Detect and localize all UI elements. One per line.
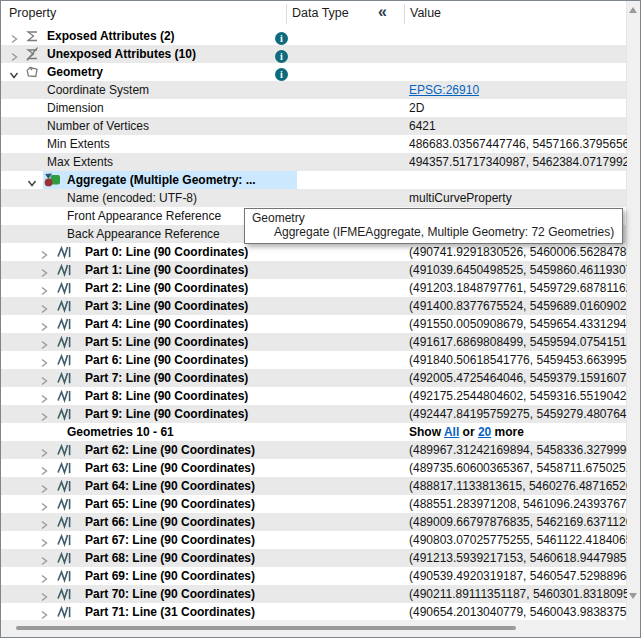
row-label: Part 63: Line (90 Coordinates) [85, 459, 255, 477]
chevron-right-icon[interactable] [39, 337, 49, 347]
row-label: Part 5: Line (90 Coordinates) [85, 333, 248, 351]
collapse-column-icon[interactable]: « [378, 3, 387, 21]
row-min-extents[interactable]: Min Extents486683.03567447746, 5457166.3… [1, 135, 627, 153]
row-value [409, 27, 627, 45]
chevron-right-icon[interactable] [39, 355, 49, 365]
row-exposed-attributes[interactable]: Exposed Attributes (2)i [1, 27, 627, 45]
row-part-71[interactable]: Part 71: Line (31 Coordinates)(490654.20… [1, 603, 627, 621]
chevron-right-icon[interactable] [39, 517, 49, 527]
row-coordinate-system[interactable]: Coordinate SystemEPSG:26910 [1, 81, 627, 99]
info-icon-glyph: i [275, 50, 288, 63]
chevron-down-icon[interactable] [9, 67, 19, 77]
vertical-scrollbar[interactable] [626, 1, 640, 621]
column-divider[interactable] [286, 4, 287, 24]
row-label: Part 9: Line (90 Coordinates) [85, 405, 248, 423]
row-value: multiCurveProperty [409, 189, 627, 207]
row-part-62[interactable]: Part 62: Line (90 Coordinates)(489967.31… [1, 441, 627, 459]
chevron-right-icon[interactable] [39, 373, 49, 383]
row-part-0[interactable]: Part 0: Line (90 Coordinates)(490741.929… [1, 243, 627, 261]
row-part-5[interactable]: Part 5: Line (90 Coordinates)(491617.686… [1, 333, 627, 351]
horizontal-scrollbar[interactable] [1, 620, 640, 637]
column-header-data-type[interactable]: Data Type [292, 6, 349, 20]
row-label: Part 71: Line (31 Coordinates) [85, 603, 255, 621]
row-max-extents[interactable]: Max Extents494357.51717340987, 5462384.0… [1, 153, 627, 171]
row-label: Part 6: Line (90 Coordinates) [85, 351, 248, 369]
row-part-4[interactable]: Part 4: Line (90 Coordinates)(491550.005… [1, 315, 627, 333]
row-value: Show All or 20 more [409, 423, 627, 441]
column-header-value[interactable]: Value [410, 6, 441, 20]
tooltip-line-geometry: Geometry [252, 211, 614, 225]
row-label: Part 67: Line (90 Coordinates) [85, 531, 255, 549]
chevron-down-icon[interactable] [27, 175, 37, 185]
chevron-right-icon[interactable] [39, 481, 49, 491]
chevron-right-icon[interactable] [39, 589, 49, 599]
horizontal-scrollbar-thumb[interactable] [16, 626, 516, 630]
show-20-more-link[interactable]: 20 [478, 425, 491, 439]
row-value: (489967.31242169894, 5458336.3279990135)… [409, 441, 627, 459]
tooltip-line-aggregate: Aggregate (IFMEAggregate, Multiple Geome… [252, 225, 614, 239]
chevron-right-icon[interactable] [39, 283, 49, 293]
row-part-70[interactable]: Part 70: Line (90 Coordinates)(490211.89… [1, 585, 627, 603]
row-value: (490211.89111351187, 5460301.83180954), … [409, 585, 627, 603]
row-unexposed-attributes[interactable]: Unexposed Attributes (10)i [1, 45, 627, 63]
chevron-right-icon[interactable] [39, 247, 49, 257]
row-part-64[interactable]: Part 64: Line (90 Coordinates)(488817.11… [1, 477, 627, 495]
row-part-67[interactable]: Part 67: Line (90 Coordinates)(490803.07… [1, 531, 627, 549]
chevron-right-icon[interactable] [39, 535, 49, 545]
row-label: Part 66: Line (90 Coordinates) [85, 513, 255, 531]
row-label: Max Extents [47, 153, 113, 171]
property-tree: Exposed Attributes (2)iUnexposed Attribu… [1, 27, 627, 621]
row-part-65[interactable]: Part 65: Line (90 Coordinates)(488551.28… [1, 495, 627, 513]
info-icon[interactable]: i [275, 65, 288, 83]
table-header: Property Data Type « Value [1, 1, 627, 27]
chevron-right-icon[interactable] [39, 463, 49, 473]
row-part-3[interactable]: Part 3: Line (90 Coordinates)(491400.837… [1, 297, 627, 315]
chevron-right-icon[interactable] [9, 49, 19, 59]
row-label: Part 8: Line (90 Coordinates) [85, 387, 248, 405]
scroll-down-icon[interactable] [629, 593, 637, 599]
row-part-7[interactable]: Part 7: Line (90 Coordinates)(492005.472… [1, 369, 627, 387]
row-value: (491840.50618541776, 5459453.663995469),… [409, 351, 627, 369]
chevron-right-icon[interactable] [39, 607, 49, 617]
chevron-right-icon[interactable] [39, 391, 49, 401]
row-part-2[interactable]: Part 2: Line (90 Coordinates)(491203.184… [1, 279, 627, 297]
row-part-69[interactable]: Part 69: Line (90 Coordinates)(490539.49… [1, 567, 627, 585]
row-number-of-vertices[interactable]: Number of Vertices6421 [1, 117, 627, 135]
column-header-property[interactable]: Property [9, 6, 56, 20]
row-label: Back Appearance Reference [67, 225, 220, 243]
row-name-encoded[interactable]: Name (encoded: UTF-8)multiCurveProperty [1, 189, 627, 207]
chevron-right-icon[interactable] [39, 319, 49, 329]
chevron-right-icon[interactable] [39, 409, 49, 419]
chevron-right-icon[interactable] [39, 571, 49, 581]
row-part-8[interactable]: Part 8: Line (90 Coordinates)(492175.254… [1, 387, 627, 405]
row-part-1[interactable]: Part 1: Line (90 Coordinates)(491039.645… [1, 261, 627, 279]
row-dimension[interactable]: Dimension2D [1, 99, 627, 117]
row-part-6[interactable]: Part 6: Line (90 Coordinates)(491840.506… [1, 351, 627, 369]
chevron-right-icon[interactable] [9, 31, 19, 41]
row-geometries-range[interactable]: Geometries 10 - 61Show All or 20 more [1, 423, 627, 441]
chevron-right-icon[interactable] [39, 301, 49, 311]
scroll-up-icon[interactable] [629, 7, 637, 13]
feature-information-panel: Property Data Type « Value Exposed Attri… [0, 0, 641, 638]
info-icon[interactable]: i [275, 29, 288, 47]
chevron-right-icon[interactable] [39, 553, 49, 563]
chevron-right-icon[interactable] [39, 265, 49, 275]
show-more-suffix: more [491, 425, 524, 439]
row-part-63[interactable]: Part 63: Line (90 Coordinates)(489735.60… [1, 459, 627, 477]
row-part-68[interactable]: Part 68: Line (90 Coordinates)(491213.59… [1, 549, 627, 567]
row-value: (490803.07025775255, 5461122.41840659), … [409, 531, 627, 549]
epsg-link[interactable]: EPSG:26910 [409, 83, 479, 97]
column-divider[interactable] [404, 4, 405, 24]
row-part-9[interactable]: Part 9: Line (90 Coordinates)(492447.841… [1, 405, 627, 423]
row-value: (491039.6450498525, 5459860.461193076), … [409, 261, 627, 279]
row-label: Part 1: Line (90 Coordinates) [85, 261, 248, 279]
row-value: (492175.2544804602, 5459316.551904239), … [409, 387, 627, 405]
chevron-right-icon[interactable] [39, 445, 49, 455]
chevron-right-icon[interactable] [39, 499, 49, 509]
row-part-66[interactable]: Part 66: Line (90 Coordinates)(489009.66… [1, 513, 627, 531]
show-all-link[interactable]: All [444, 425, 459, 439]
row-geometry[interactable]: Geometryi [1, 63, 627, 81]
row-value: (491400.8377675524, 5459689.016090231), … [409, 297, 627, 315]
info-icon[interactable]: i [275, 47, 288, 65]
row-aggregate[interactable]: Aggregate (Multiple Geometry: ... [1, 171, 627, 189]
